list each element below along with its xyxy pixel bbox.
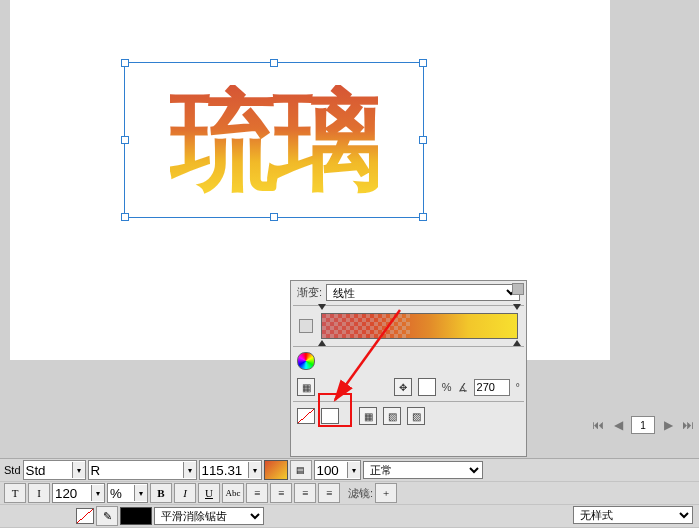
- handle-bl[interactable]: [121, 213, 129, 221]
- stroke-color-swatch[interactable]: [120, 507, 152, 525]
- color-stop-left[interactable]: [318, 340, 326, 348]
- next-frame-button[interactable]: ▶: [661, 418, 675, 432]
- color-stop-right[interactable]: [513, 340, 521, 348]
- font-name-suffix: Std: [4, 464, 21, 476]
- underline-button[interactable]: U: [198, 483, 220, 503]
- gradient-panel: 渐变: 线性 ▦ ✥ % ∡ ° ▦ ▧ ▨: [290, 280, 527, 457]
- first-frame-button[interactable]: ⏮: [591, 418, 605, 432]
- canvas-text[interactable]: 琉璃: [170, 85, 378, 195]
- handle-br[interactable]: [419, 213, 427, 221]
- dropdown-icon[interactable]: ▾: [347, 462, 360, 478]
- no-fill-swatch[interactable]: [297, 408, 315, 424]
- opacity-icon: ▤: [290, 460, 312, 480]
- opacity-stop-right[interactable]: [513, 304, 521, 312]
- handle-ml[interactable]: [121, 136, 129, 144]
- zoom-input[interactable]: ▾: [199, 460, 262, 480]
- opacity-stop-left[interactable]: [318, 304, 326, 312]
- bold-button[interactable]: B: [150, 483, 172, 503]
- font-size-input[interactable]: ▾: [52, 483, 105, 503]
- panel-menu-icon[interactable]: [512, 283, 524, 295]
- last-frame-button[interactable]: ⏭: [681, 418, 695, 432]
- align-justify-button[interactable]: ≡: [318, 483, 340, 503]
- current-color-swatch[interactable]: [418, 378, 436, 396]
- add-filter-button[interactable]: +: [375, 483, 397, 503]
- add-swatch-button[interactable]: ▦: [297, 378, 315, 396]
- abc-button[interactable]: Abc: [222, 483, 244, 503]
- percent-input[interactable]: ▾: [107, 483, 148, 503]
- percent-label: %: [442, 381, 452, 393]
- handle-bm[interactable]: [270, 213, 278, 221]
- align-right-button[interactable]: ≡: [294, 483, 316, 503]
- blend-mode-select[interactable]: 正常: [363, 461, 483, 479]
- swatch-btn-3[interactable]: ▨: [407, 407, 425, 425]
- handle-tl[interactable]: [121, 59, 129, 67]
- gradient-type-select[interactable]: 线性: [326, 284, 520, 301]
- swatch-btn-1[interactable]: ▦: [359, 407, 377, 425]
- handle-mr[interactable]: [419, 136, 427, 144]
- handle-tr[interactable]: [419, 59, 427, 67]
- dropdown-icon[interactable]: ▾: [183, 462, 196, 478]
- swatch-btn-2[interactable]: ▧: [383, 407, 401, 425]
- stroke-none-swatch[interactable]: [76, 508, 94, 524]
- align-center-button[interactable]: ≡: [270, 483, 292, 503]
- transparency-checker: [322, 314, 410, 338]
- white-swatch[interactable]: [321, 408, 339, 424]
- gradient-bar[interactable]: [321, 313, 518, 339]
- lock-icon[interactable]: [299, 319, 313, 333]
- angle-icon: ∡: [458, 381, 468, 394]
- color-wheel-icon[interactable]: [297, 352, 315, 370]
- degree-label: °: [516, 381, 520, 393]
- gradient-type-label: 渐变:: [297, 285, 322, 300]
- timeline-controls: ⏮ ◀ 1 ▶ ⏭: [545, 410, 695, 440]
- italic-button[interactable]: I: [174, 483, 196, 503]
- dropdown-icon[interactable]: ▾: [134, 485, 147, 501]
- align-left-button[interactable]: ≡: [246, 483, 268, 503]
- text-selection-frame[interactable]: 琉璃: [124, 62, 424, 218]
- dropdown-icon[interactable]: ▾: [248, 462, 261, 478]
- move-icon[interactable]: ✥: [394, 378, 412, 396]
- dropdown-icon[interactable]: ▾: [72, 462, 85, 478]
- handle-tm[interactable]: [270, 59, 278, 67]
- filter-label: 滤镜:: [348, 486, 373, 501]
- style-mode-select[interactable]: 无样式: [573, 506, 693, 524]
- dropdown-icon[interactable]: ▾: [91, 485, 104, 501]
- font-family-select[interactable]: ▾: [23, 460, 86, 480]
- separator: [293, 346, 524, 347]
- antialias-select[interactable]: 平滑消除锯齿: [154, 507, 264, 525]
- separator: [293, 401, 524, 402]
- font-style-select[interactable]: ▾: [88, 460, 197, 480]
- separator: [293, 305, 524, 306]
- text-orientation-button[interactable]: T: [4, 483, 26, 503]
- pencil-icon[interactable]: ✎: [96, 506, 118, 526]
- current-frame[interactable]: 1: [631, 416, 655, 434]
- text-color-swatch[interactable]: [264, 460, 288, 480]
- prev-frame-button[interactable]: ◀: [611, 418, 625, 432]
- angle-input[interactable]: [474, 379, 510, 396]
- font-size-icon: I: [28, 483, 50, 503]
- opacity-input[interactable]: ▾: [314, 460, 361, 480]
